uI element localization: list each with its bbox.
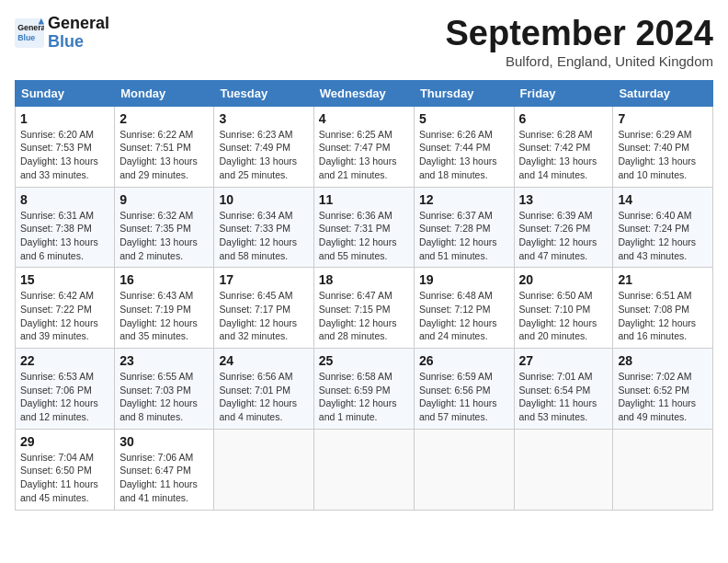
- month-title: September 2024: [446, 15, 714, 53]
- day-info: Sunrise: 6:25 AM Sunset: 7:47 PM Dayligh…: [319, 128, 409, 182]
- day-cell: 11Sunrise: 6:36 AM Sunset: 7:31 PM Dayli…: [313, 187, 414, 268]
- svg-text:Blue: Blue: [17, 33, 35, 42]
- day-cell: 24Sunrise: 6:56 AM Sunset: 7:01 PM Dayli…: [214, 349, 313, 430]
- day-number: 10: [219, 192, 308, 207]
- day-info: Sunrise: 6:51 AM Sunset: 7:08 PM Dayligh…: [618, 289, 708, 343]
- day-info: Sunrise: 6:59 AM Sunset: 6:56 PM Dayligh…: [419, 370, 509, 424]
- day-info: Sunrise: 7:04 AM Sunset: 6:50 PM Dayligh…: [20, 451, 109, 505]
- day-info: Sunrise: 6:32 AM Sunset: 7:35 PM Dayligh…: [119, 209, 209, 263]
- day-cell: 21Sunrise: 6:51 AM Sunset: 7:08 PM Dayli…: [613, 268, 713, 349]
- day-number: 30: [119, 434, 209, 449]
- calendar: SundayMondayTuesdayWednesdayThursdayFrid…: [15, 80, 713, 511]
- day-cell: 28Sunrise: 7:02 AM Sunset: 6:52 PM Dayli…: [613, 349, 713, 430]
- day-number: 19: [419, 272, 509, 287]
- day-number: 9: [119, 192, 209, 207]
- day-number: 7: [618, 111, 708, 126]
- day-number: 16: [119, 272, 209, 287]
- day-number: 15: [20, 272, 109, 287]
- day-number: 12: [419, 192, 509, 207]
- day-cell: 16Sunrise: 6:43 AM Sunset: 7:19 PM Dayli…: [115, 268, 214, 349]
- day-number: 22: [20, 353, 109, 368]
- day-info: Sunrise: 6:55 AM Sunset: 7:03 PM Dayligh…: [119, 370, 209, 424]
- day-cell: 12Sunrise: 6:37 AM Sunset: 7:28 PM Dayli…: [414, 187, 514, 268]
- day-number: 2: [119, 111, 209, 126]
- day-number: 8: [20, 192, 109, 207]
- day-info: Sunrise: 6:22 AM Sunset: 7:51 PM Dayligh…: [119, 128, 209, 182]
- day-cell: 10Sunrise: 6:34 AM Sunset: 7:33 PM Dayli…: [214, 187, 313, 268]
- week-row-3: 15Sunrise: 6:42 AM Sunset: 7:22 PM Dayli…: [16, 268, 713, 349]
- week-row-1: 1Sunrise: 6:20 AM Sunset: 7:53 PM Daylig…: [16, 106, 713, 187]
- day-header-tuesday: Tuesday: [214, 80, 313, 106]
- day-cell: 23Sunrise: 6:55 AM Sunset: 7:03 PM Dayli…: [115, 349, 214, 430]
- day-cell: 18Sunrise: 6:47 AM Sunset: 7:15 PM Dayli…: [313, 268, 414, 349]
- day-info: Sunrise: 6:34 AM Sunset: 7:33 PM Dayligh…: [219, 209, 308, 263]
- day-info: Sunrise: 7:06 AM Sunset: 6:47 PM Dayligh…: [119, 451, 209, 505]
- day-cell: [313, 429, 414, 510]
- day-cell: 3Sunrise: 6:23 AM Sunset: 7:49 PM Daylig…: [214, 106, 313, 187]
- day-cell: 25Sunrise: 6:58 AM Sunset: 6:59 PM Dayli…: [313, 349, 414, 430]
- day-number: 13: [519, 192, 609, 207]
- day-info: Sunrise: 6:42 AM Sunset: 7:22 PM Dayligh…: [20, 289, 109, 343]
- day-cell: 22Sunrise: 6:53 AM Sunset: 7:06 PM Dayli…: [16, 349, 115, 430]
- day-number: 6: [519, 111, 609, 126]
- day-cell: 1Sunrise: 6:20 AM Sunset: 7:53 PM Daylig…: [16, 106, 115, 187]
- day-number: 23: [119, 353, 209, 368]
- day-number: 14: [618, 192, 708, 207]
- day-info: Sunrise: 6:28 AM Sunset: 7:42 PM Dayligh…: [519, 128, 609, 182]
- day-number: 5: [419, 111, 509, 126]
- day-number: 29: [20, 434, 109, 449]
- day-header-friday: Friday: [514, 80, 613, 106]
- day-info: Sunrise: 6:56 AM Sunset: 7:01 PM Dayligh…: [219, 370, 308, 424]
- day-header-saturday: Saturday: [613, 80, 713, 106]
- day-cell: 19Sunrise: 6:48 AM Sunset: 7:12 PM Dayli…: [414, 268, 514, 349]
- day-cell: [214, 429, 313, 510]
- day-header-thursday: Thursday: [414, 80, 514, 106]
- day-info: Sunrise: 6:36 AM Sunset: 7:31 PM Dayligh…: [319, 209, 409, 263]
- day-cell: [414, 429, 514, 510]
- day-info: Sunrise: 6:20 AM Sunset: 7:53 PM Dayligh…: [20, 128, 109, 182]
- day-info: Sunrise: 6:45 AM Sunset: 7:17 PM Dayligh…: [219, 289, 308, 343]
- day-cell: 5Sunrise: 6:26 AM Sunset: 7:44 PM Daylig…: [414, 106, 514, 187]
- week-row-2: 8Sunrise: 6:31 AM Sunset: 7:38 PM Daylig…: [16, 187, 713, 268]
- day-cell: 17Sunrise: 6:45 AM Sunset: 7:17 PM Dayli…: [214, 268, 313, 349]
- day-cell: 20Sunrise: 6:50 AM Sunset: 7:10 PM Dayli…: [514, 268, 613, 349]
- logo-line2: Blue: [48, 32, 84, 51]
- day-number: 24: [219, 353, 308, 368]
- day-cell: 7Sunrise: 6:29 AM Sunset: 7:40 PM Daylig…: [613, 106, 713, 187]
- day-cell: [613, 429, 713, 510]
- day-info: Sunrise: 7:01 AM Sunset: 6:54 PM Dayligh…: [519, 370, 609, 424]
- day-cell: 29Sunrise: 7:04 AM Sunset: 6:50 PM Dayli…: [16, 429, 115, 510]
- day-info: Sunrise: 6:47 AM Sunset: 7:15 PM Dayligh…: [319, 289, 409, 343]
- day-info: Sunrise: 6:40 AM Sunset: 7:24 PM Dayligh…: [618, 209, 708, 263]
- day-number: 11: [319, 192, 409, 207]
- logo-icon: General Blue: [15, 18, 44, 48]
- day-number: 4: [319, 111, 409, 126]
- day-cell: 8Sunrise: 6:31 AM Sunset: 7:38 PM Daylig…: [16, 187, 115, 268]
- day-cell: 30Sunrise: 7:06 AM Sunset: 6:47 PM Dayli…: [115, 429, 214, 510]
- day-number: 1: [20, 111, 109, 126]
- day-cell: 4Sunrise: 6:25 AM Sunset: 7:47 PM Daylig…: [313, 106, 414, 187]
- day-info: Sunrise: 6:37 AM Sunset: 7:28 PM Dayligh…: [419, 209, 509, 263]
- day-info: Sunrise: 6:48 AM Sunset: 7:12 PM Dayligh…: [419, 289, 509, 343]
- day-info: Sunrise: 6:43 AM Sunset: 7:19 PM Dayligh…: [119, 289, 209, 343]
- day-cell: 26Sunrise: 6:59 AM Sunset: 6:56 PM Dayli…: [414, 349, 514, 430]
- day-number: 21: [618, 272, 708, 287]
- day-header-wednesday: Wednesday: [313, 80, 414, 106]
- day-cell: [514, 429, 613, 510]
- day-cell: 15Sunrise: 6:42 AM Sunset: 7:22 PM Dayli…: [16, 268, 115, 349]
- day-number: 3: [219, 111, 308, 126]
- logo-line1: General: [48, 14, 109, 32]
- day-header-monday: Monday: [115, 80, 214, 106]
- day-info: Sunrise: 6:31 AM Sunset: 7:38 PM Dayligh…: [20, 209, 109, 263]
- day-cell: 27Sunrise: 7:01 AM Sunset: 6:54 PM Dayli…: [514, 349, 613, 430]
- location: Bulford, England, United Kingdom: [446, 53, 714, 69]
- day-info: Sunrise: 6:39 AM Sunset: 7:26 PM Dayligh…: [519, 209, 609, 263]
- day-number: 27: [519, 353, 609, 368]
- header: General Blue General Blue September 2024…: [15, 15, 713, 69]
- day-number: 28: [618, 353, 708, 368]
- day-info: Sunrise: 7:02 AM Sunset: 6:52 PM Dayligh…: [618, 370, 708, 424]
- week-row-4: 22Sunrise: 6:53 AM Sunset: 7:06 PM Dayli…: [16, 349, 713, 430]
- day-cell: 14Sunrise: 6:40 AM Sunset: 7:24 PM Dayli…: [613, 187, 713, 268]
- day-header-sunday: Sunday: [16, 80, 115, 106]
- week-row-5: 29Sunrise: 7:04 AM Sunset: 6:50 PM Dayli…: [16, 429, 713, 510]
